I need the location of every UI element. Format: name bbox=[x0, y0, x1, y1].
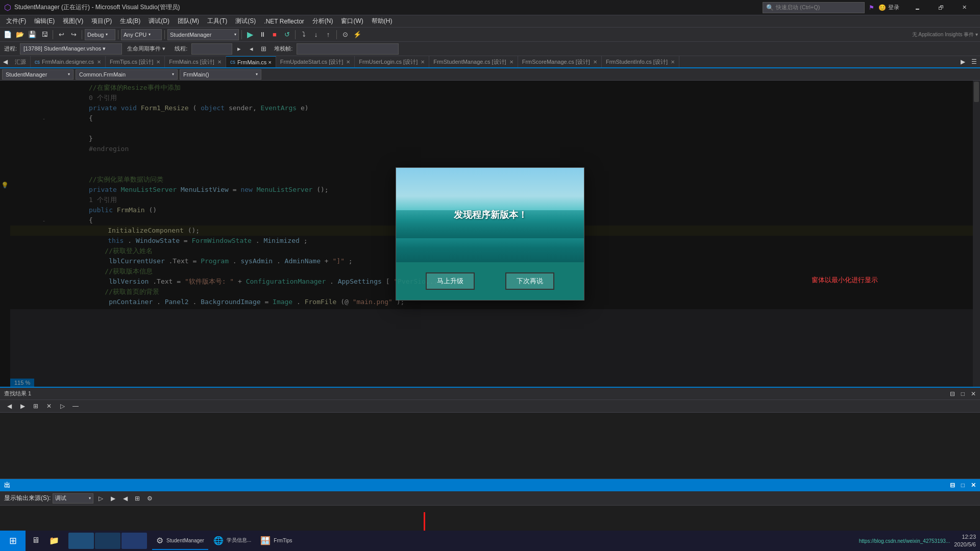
redo-btn[interactable]: ↪ bbox=[68, 29, 79, 40]
save-all-btn[interactable]: 🖫 bbox=[39, 29, 50, 40]
process-dropdown[interactable]: [13788] StudentManager.vshos ▾ bbox=[20, 43, 122, 55]
find-play-btn[interactable]: ▷ bbox=[57, 401, 67, 411]
sep7 bbox=[336, 30, 337, 39]
tab-close-btn[interactable]: ✕ bbox=[346, 59, 350, 65]
tab-close-btn[interactable]: ✕ bbox=[421, 59, 425, 65]
tab-menu-btn[interactable]: ☰ bbox=[968, 56, 980, 67]
taskbar-browser[interactable]: 🌐 学员信息... bbox=[209, 532, 255, 550]
minimize-btn[interactable]: 🗕 bbox=[905, 0, 929, 15]
taskbar-pinned-1[interactable] bbox=[95, 533, 120, 549]
output-next-btn[interactable]: ▶ bbox=[108, 493, 118, 504]
menu-analyze[interactable]: 分析(N) bbox=[308, 16, 337, 27]
tab-scroll-right[interactable]: ▶ bbox=[958, 56, 968, 67]
find-minimize-btn[interactable]: — bbox=[70, 401, 81, 411]
undo-btn[interactable]: ↩ bbox=[56, 29, 67, 40]
menu-file[interactable]: 文件(F) bbox=[2, 16, 30, 27]
menu-view[interactable]: 视图(V) bbox=[59, 16, 87, 27]
step-into-btn[interactable]: ↓ bbox=[310, 29, 322, 40]
tab-close-btn[interactable]: ✕ bbox=[509, 59, 513, 65]
tab-close-btn[interactable]: ✕ bbox=[97, 59, 101, 65]
upgrade-now-btn[interactable]: 马上升级 bbox=[426, 272, 475, 290]
member-dropdown[interactable]: FrmMain()▾ bbox=[180, 69, 261, 80]
taskbar-pinned-2[interactable] bbox=[121, 533, 147, 549]
restart-btn[interactable]: ↺ bbox=[281, 29, 292, 40]
config-dropdown[interactable]: Debug▾ bbox=[85, 29, 115, 40]
quicklaunch-input[interactable]: 快速启动 (Ctrl+Q) bbox=[776, 4, 820, 11]
start-button[interactable]: ⊞ bbox=[0, 531, 26, 551]
find-stop-btn[interactable]: ✕ bbox=[44, 401, 54, 411]
menu-help[interactable]: 帮助(H) bbox=[368, 16, 397, 27]
login-label[interactable]: 登录 bbox=[888, 4, 899, 11]
tab-close-btn[interactable]: ✕ bbox=[671, 59, 675, 65]
taskbar-pinned-0[interactable] bbox=[68, 533, 94, 549]
find-close-btn[interactable]: ✕ bbox=[971, 390, 976, 397]
taskbar-vs[interactable]: ⚙ StudentManager bbox=[152, 532, 208, 550]
maximize-btn[interactable]: 🗗 bbox=[929, 0, 952, 15]
new-project-btn[interactable]: 📄 bbox=[2, 29, 13, 40]
taskbar-item-1[interactable]: 📁 bbox=[45, 532, 63, 550]
tab-close-btn[interactable]: ✕ bbox=[217, 59, 222, 65]
find-next-btn[interactable]: ▶ bbox=[17, 401, 28, 411]
stop-btn[interactable]: ■ bbox=[269, 29, 280, 40]
tab-frmmain-design[interactable]: FrmMain.cs [设计] ✕ bbox=[165, 56, 226, 67]
step-out-btn[interactable]: ↑ bbox=[323, 29, 334, 40]
minimized-indicator: 窗体以最小化进行显示 bbox=[812, 276, 878, 285]
namespace-dropdown[interactable]: Common.FrmMain▾ bbox=[76, 69, 178, 80]
tab-frmuserlogin[interactable]: FrmUserLogin.cs [设计] ✕ bbox=[355, 56, 429, 67]
output-wrap-btn[interactable]: ⊞ bbox=[132, 493, 142, 504]
output-close-btn[interactable]: ✕ bbox=[971, 482, 976, 489]
sep1 bbox=[53, 30, 53, 39]
upgrade-later-btn[interactable]: 下次再说 bbox=[505, 272, 554, 290]
thread-dropdown[interactable] bbox=[191, 43, 232, 55]
close-btn[interactable]: ✕ bbox=[952, 0, 976, 15]
pause-btn[interactable]: ⏸ bbox=[257, 29, 268, 40]
thread-nav-btn2[interactable]: ◂ bbox=[246, 43, 257, 55]
project-location-dropdown[interactable]: StudentManager▾ bbox=[2, 69, 74, 80]
project-dropdown[interactable]: StudentManager▾ bbox=[167, 29, 239, 40]
start-btn[interactable]: ▶ bbox=[244, 29, 256, 40]
menu-test[interactable]: 测试(S) bbox=[231, 16, 260, 27]
output-clear-btn[interactable]: ▷ bbox=[95, 493, 106, 504]
output-prev-btn[interactable]: ◀ bbox=[120, 493, 130, 504]
menu-project[interactable]: 项目(P) bbox=[87, 16, 116, 27]
output-float-btn[interactable]: ⊟ bbox=[950, 482, 955, 489]
output-maximize-btn[interactable]: □ bbox=[961, 482, 965, 489]
open-btn[interactable]: 📂 bbox=[14, 29, 26, 40]
modal-background-image: 发现程序新版本！ bbox=[396, 168, 584, 262]
breakpoint-btn[interactable]: ⊙ bbox=[339, 29, 351, 40]
menu-window[interactable]: 窗口(W) bbox=[337, 16, 367, 27]
tab-huiyuan[interactable]: 汇源 bbox=[11, 56, 31, 67]
tab-frmstudentinfo[interactable]: FrmStudentInfo.cs [设计] ✕ bbox=[602, 56, 679, 67]
tab-frmmain-designer[interactable]: cs FrmMain.designer.cs ✕ bbox=[31, 56, 106, 67]
output-settings-btn[interactable]: ⚙ bbox=[144, 493, 155, 504]
taskbar-item-0[interactable]: 🖥 bbox=[28, 532, 44, 550]
menu-reflector[interactable]: .NET Reflector bbox=[260, 17, 308, 26]
tab-scroll-left[interactable]: ◀ bbox=[0, 56, 11, 67]
menu-tools[interactable]: 工具(T) bbox=[203, 16, 231, 27]
menu-debug[interactable]: 调试(D) bbox=[144, 16, 174, 27]
tab-frmtips[interactable]: FrmTips.cs [设计] ✕ bbox=[106, 56, 165, 67]
thread-nav-btn[interactable]: ▸ bbox=[233, 43, 244, 55]
find-maximize-btn[interactable]: □ bbox=[961, 390, 965, 397]
tab-close-btn[interactable]: ✕ bbox=[156, 59, 160, 65]
find-float-btn[interactable]: ⊟ bbox=[950, 390, 955, 397]
menu-edit[interactable]: 编辑(E) bbox=[30, 16, 59, 27]
find-prev-btn[interactable]: ◀ bbox=[4, 401, 14, 411]
exception-btn[interactable]: ⚡ bbox=[352, 29, 363, 40]
step-over-btn[interactable]: ⤵ bbox=[298, 29, 309, 40]
tab-frmmain-cs[interactable]: cs FrmMain.cs × bbox=[226, 56, 276, 67]
menu-team[interactable]: 团队(M) bbox=[174, 16, 203, 27]
menu-build[interactable]: 生成(B) bbox=[116, 16, 144, 27]
thread-nav-btn3[interactable]: ⊞ bbox=[258, 43, 269, 55]
tab-frmupdatestart[interactable]: FrmUpdateStart.cs [设计] ✕ bbox=[276, 56, 355, 67]
platform-dropdown[interactable]: Any CPU▾ bbox=[121, 29, 162, 40]
tab-frmscoremanage[interactable]: FrmScoreManage.cs [设计] ✕ bbox=[518, 56, 602, 67]
stackframe-dropdown[interactable] bbox=[297, 43, 399, 55]
output-source-dropdown[interactable]: 调试▾ bbox=[53, 493, 93, 504]
tab-bar: ◀ 汇源 cs FrmMain.designer.cs ✕ FrmTips.cs… bbox=[0, 56, 980, 68]
tab-frmstudentmanage[interactable]: FrmStudentManage.cs [设计] ✕ bbox=[429, 56, 518, 67]
tab-close-btn[interactable]: ✕ bbox=[593, 59, 597, 65]
taskbar-frmtips[interactable]: 🪟 FrmTips bbox=[256, 532, 296, 550]
save-btn[interactable]: 💾 bbox=[27, 29, 38, 40]
find-expand-btn[interactable]: ⊞ bbox=[31, 401, 41, 411]
